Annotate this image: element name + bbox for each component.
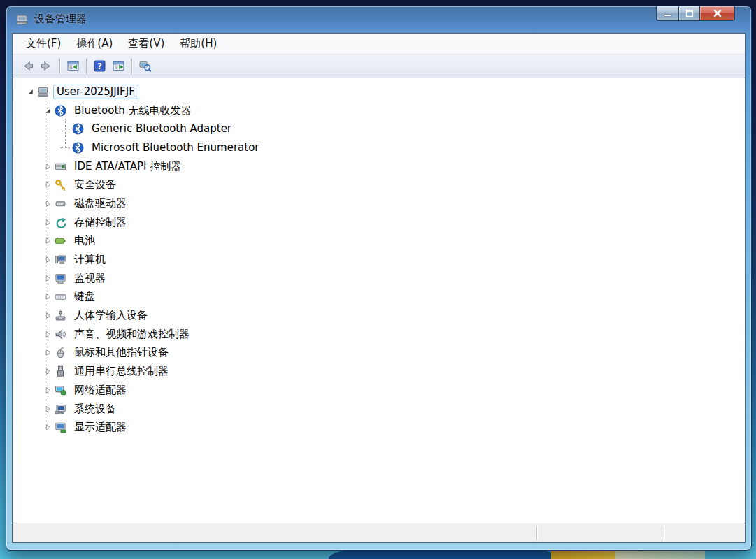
tree-row[interactable]: 磁盘驱动器 — [13, 194, 745, 213]
menu-item-action[interactable]: 操作(A) — [69, 35, 120, 52]
help-button[interactable]: ? — [90, 57, 109, 75]
help-icon: ? — [94, 60, 106, 72]
expander-collapsed-icon[interactable] — [43, 273, 52, 283]
network-adapter-icon — [54, 384, 66, 396]
expander-collapsed-icon[interactable] — [43, 329, 52, 339]
tree-node-label[interactable]: 磁盘驱动器 — [71, 196, 130, 211]
tree-row[interactable]: 网络适配器 — [13, 381, 745, 400]
toolbar-separator — [131, 59, 132, 74]
tree-row[interactable]: 显示适配器 — [13, 418, 745, 437]
storage-controller-icon — [54, 217, 66, 228]
expander-collapsed-icon[interactable] — [43, 311, 52, 321]
tree-node-label[interactable]: 监视器 — [71, 271, 109, 286]
mouse-icon — [54, 347, 66, 358]
menu-item-help[interactable]: 帮助(H) — [172, 35, 224, 52]
tree-node-label[interactable]: 人体学输入设备 — [71, 308, 151, 323]
forward-button[interactable] — [37, 57, 56, 75]
arrow-left-icon — [22, 60, 34, 72]
expander-collapsed-icon[interactable] — [43, 236, 52, 246]
tree-node-label[interactable]: 系统设备 — [71, 402, 120, 416]
tree-node-label[interactable]: 电池 — [71, 233, 99, 248]
expander-collapsed-icon[interactable] — [43, 255, 52, 265]
expander-collapsed-icon[interactable] — [43, 217, 52, 227]
menu-item-file[interactable]: 文件(F) — [18, 35, 69, 52]
tree-node-label[interactable]: Generic Bluetooth Adapter — [88, 122, 235, 136]
expander-collapsed-icon[interactable] — [43, 404, 52, 414]
menubar: 文件(F)操作(A)查看(V)帮助(H) — [13, 34, 745, 55]
expander-collapsed-icon[interactable] — [43, 423, 52, 433]
close-icon — [708, 8, 727, 19]
maximize-button[interactable] — [679, 6, 700, 21]
panel-right-icon — [113, 60, 124, 72]
show-console-tree-button[interactable] — [64, 57, 83, 75]
expander-collapsed-icon[interactable] — [43, 198, 52, 208]
show-action-pane-button[interactable] — [109, 57, 128, 75]
tree-node-label[interactable]: IDE ATA/ATAPI 控制器 — [71, 159, 185, 174]
tree-node-label[interactable]: 安全设备 — [71, 177, 120, 192]
window-title: 设备管理器 — [34, 13, 87, 26]
toolbar-separator — [59, 59, 60, 74]
system-device-icon — [54, 403, 66, 415]
arrow-right-icon — [41, 60, 52, 72]
ide-icon — [54, 161, 66, 173]
expander-collapsed-icon[interactable] — [43, 180, 52, 190]
tree-row[interactable]: IDE ATA/ATAPI 控制器 — [13, 157, 745, 176]
tree-node-label[interactable]: 计算机 — [71, 252, 109, 267]
tree-node-label[interactable]: 显示适配器 — [71, 420, 130, 435]
tree-node-label[interactable]: 键盘 — [71, 289, 99, 304]
expander-collapsed-icon[interactable] — [43, 385, 52, 395]
device-tree[interactable]: User-2025JJIFJFBluetooth 无线电收发器Generic B… — [13, 78, 745, 523]
close-button[interactable] — [700, 6, 735, 21]
tree-row[interactable]: 电池 — [13, 232, 745, 251]
tree-row[interactable]: Microsoft Bluetooth Enumerator — [13, 138, 745, 157]
status-divider — [536, 526, 537, 540]
tree-row[interactable]: 存储控制器 — [13, 213, 745, 232]
device-manager-window: 设备管理器 文件(F)操作(A)查看(V)帮助(H) ? User-2025JJ… — [6, 6, 752, 551]
menu-item-view[interactable]: 查看(V) — [120, 35, 172, 52]
tree-row[interactable]: Generic Bluetooth Adapter — [13, 119, 745, 138]
tree-node-label[interactable]: 通用串行总线控制器 — [71, 364, 172, 379]
bluetooth-icon — [71, 142, 84, 154]
tree-node-label[interactable]: 存储控制器 — [71, 215, 130, 230]
toolbar: ? — [13, 55, 745, 78]
bluetooth-icon — [54, 105, 66, 117]
expander-collapsed-icon[interactable] — [43, 367, 52, 377]
toolbar-separator — [86, 59, 87, 74]
tree-row[interactable]: 声音、视频和游戏控制器 — [13, 325, 745, 344]
tree-node-label[interactable]: Microsoft Bluetooth Enumerator — [88, 140, 263, 155]
tree-row[interactable]: Bluetooth 无线电收发器 — [13, 101, 745, 120]
expander-collapsed-icon[interactable] — [43, 348, 52, 358]
tree-row[interactable]: 键盘 — [13, 288, 745, 307]
minimize-icon — [659, 8, 677, 19]
tree-row[interactable]: 系统设备 — [13, 400, 745, 419]
scan-hardware-changes-button[interactable] — [136, 57, 155, 75]
tree-row[interactable]: 安全设备 — [13, 175, 745, 194]
statusbar — [13, 523, 745, 542]
computer-root-icon — [36, 86, 49, 98]
monitor-icon — [54, 273, 66, 284]
expander-expanded-icon[interactable] — [25, 87, 35, 96]
client-area: 文件(F)操作(A)查看(V)帮助(H) ? User-2025JJIFJFBl… — [12, 33, 746, 543]
security-key-icon — [54, 179, 66, 191]
tree-row[interactable]: 监视器 — [13, 269, 745, 288]
back-button[interactable] — [18, 57, 37, 75]
tree-node-label[interactable]: 鼠标和其他指针设备 — [71, 345, 172, 360]
display-adapter-icon — [54, 421, 66, 433]
tree-node-label[interactable]: 声音、视频和游戏控制器 — [71, 327, 193, 342]
tree-row[interactable]: User-2025JJIFJF — [13, 82, 745, 101]
tree-node-label[interactable]: User-2025JJIFJF — [53, 85, 138, 99]
expander-collapsed-icon[interactable] — [43, 161, 52, 171]
minimize-button[interactable] — [656, 6, 679, 21]
expander-expanded-icon[interactable] — [43, 106, 52, 115]
window-controls — [656, 6, 735, 21]
tree-node-label[interactable]: Bluetooth 无线电收发器 — [71, 103, 195, 118]
tree-node-label[interactable]: 网络适配器 — [71, 383, 130, 398]
tree-row[interactable]: 人体学输入设备 — [13, 306, 745, 325]
disk-drive-icon — [54, 198, 66, 210]
tree-row[interactable]: 计算机 — [13, 250, 745, 269]
tree-row[interactable]: 鼠标和其他指针设备 — [13, 344, 745, 363]
tree-row[interactable]: 通用串行总线控制器 — [13, 362, 745, 381]
sound-icon — [54, 328, 66, 340]
expander-collapsed-icon[interactable] — [43, 292, 52, 302]
titlebar[interactable]: 设备管理器 — [6, 6, 751, 33]
